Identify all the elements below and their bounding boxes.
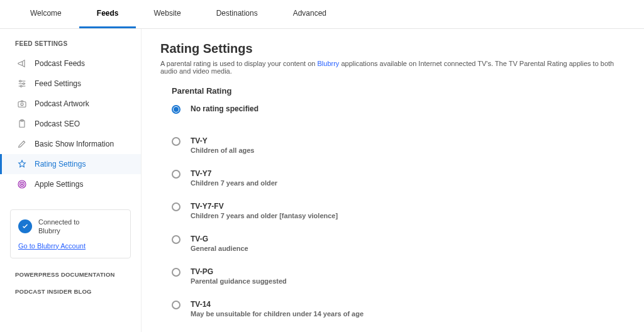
tab-website[interactable]: Website: [136, 0, 198, 28]
doc-link-insider[interactable]: PODCAST INSIDER BLOG: [0, 283, 141, 300]
rating-options: No rating specified TV-YChildren of all …: [160, 104, 625, 332]
svg-point-1: [23, 83, 25, 85]
tab-welcome[interactable]: Welcome: [13, 0, 79, 28]
sidebar-item-label: Feed Settings: [35, 79, 81, 88]
sliders-icon: [17, 79, 27, 89]
blubrry-link[interactable]: Blubrry: [318, 60, 340, 67]
radio-tv-y7[interactable]: [172, 170, 180, 179]
svg-rect-3: [18, 102, 26, 108]
radio-label: TV-Y7-FV: [191, 202, 338, 211]
radio-label: TV-14: [191, 300, 364, 309]
radio-label: TV-Y7: [191, 169, 277, 178]
sidebar-item-label: Apple Settings: [35, 180, 83, 189]
radio-label: TV-PG: [191, 267, 287, 276]
radio-label: TV-G: [191, 235, 248, 243]
radio-tv-g[interactable]: [172, 235, 180, 244]
doc-link-powerpress[interactable]: POWERPRESS DOCUMENTATION: [0, 266, 141, 283]
radio-sublabel: General audience: [191, 245, 248, 252]
radio-tv-pg[interactable]: [172, 268, 180, 277]
sidebar: FEED SETTINGS Podcast Feeds Feed Setting…: [0, 29, 142, 332]
main-content: Rating Settings A parental rating is use…: [142, 29, 644, 332]
radio-sublabel: Parental guidance suggested: [191, 277, 287, 285]
tab-destinations[interactable]: Destinations: [199, 0, 275, 28]
radio-sublabel: May be unsuitable for children under 14 …: [191, 310, 364, 318]
page-title: Rating Settings: [160, 42, 625, 56]
radio-sublabel: Children 7 years and older [fantasy viol…: [191, 212, 338, 219]
camera-icon: [17, 99, 27, 109]
radio-tv-y[interactable]: [172, 137, 180, 146]
sidebar-item-label: Basic Show Information: [35, 140, 114, 148]
sidebar-item-podcast-artwork[interactable]: Podcast Artwork: [0, 94, 141, 114]
top-nav: Welcome Feeds Website Destinations Advan…: [0, 0, 644, 29]
sidebar-item-podcast-seo[interactable]: Podcast SEO: [0, 114, 141, 134]
sidebar-item-label: Rating Settings: [35, 160, 86, 169]
clipboard-icon: [17, 119, 27, 129]
star-icon: [17, 159, 27, 169]
sidebar-item-label: Podcast Feeds: [35, 59, 85, 68]
connect-account-link[interactable]: Go to Blubrry Account: [18, 242, 86, 250]
radio-no-rating[interactable]: [172, 105, 180, 114]
radio-tv-y7-fv[interactable]: [172, 202, 180, 211]
radio-tv-14[interactable]: [172, 301, 180, 309]
connect-status-text: Connected toBlubrry: [38, 218, 79, 236]
connect-card: Connected toBlubrry Go to Blubrry Accoun…: [10, 209, 131, 258]
sidebar-item-feed-settings[interactable]: Feed Settings: [0, 74, 141, 94]
svg-point-2: [20, 86, 22, 87]
sidebar-item-basic-show-info[interactable]: Basic Show Information: [0, 134, 141, 154]
section-title: Parental Rating: [172, 86, 625, 96]
podcast-icon: [17, 179, 27, 189]
pencil-icon: [17, 139, 27, 149]
tab-advanced[interactable]: Advanced: [275, 0, 344, 28]
svg-point-9: [21, 184, 23, 185]
check-badge-icon: [18, 219, 32, 233]
tab-feeds[interactable]: Feeds: [79, 0, 136, 28]
sidebar-item-apple-settings[interactable]: Apple Settings: [0, 174, 141, 194]
radio-label: TV-Y: [191, 136, 254, 145]
sidebar-item-label: Podcast Artwork: [35, 99, 89, 108]
sidebar-header: FEED SETTINGS: [0, 38, 141, 53]
sidebar-item-podcast-feeds[interactable]: Podcast Feeds: [0, 53, 141, 74]
sidebar-item-rating-settings[interactable]: Rating Settings: [0, 154, 141, 174]
svg-point-0: [19, 80, 21, 82]
radio-label: No rating specified: [191, 104, 258, 113]
megaphone-icon: [17, 58, 27, 69]
svg-point-4: [21, 103, 23, 106]
radio-sublabel: Children 7 years and older: [191, 179, 277, 187]
sidebar-item-label: Podcast SEO: [35, 119, 80, 128]
page-description: A parental rating is used to display you…: [160, 60, 625, 75]
radio-sublabel: Children of all ages: [191, 147, 254, 154]
